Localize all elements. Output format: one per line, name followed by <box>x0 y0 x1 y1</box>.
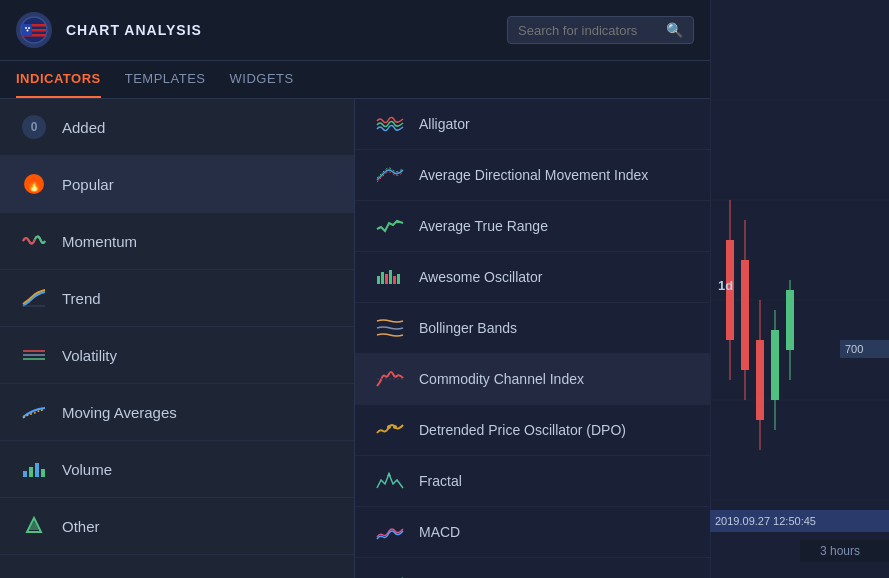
atr-icon <box>375 214 405 238</box>
sidebar-item-volume[interactable]: Volume <box>0 441 354 498</box>
indicator-label-dpo: Detrended Price Oscillator (DPO) <box>419 422 626 438</box>
indicator-atr[interactable]: Average True Range <box>355 201 710 252</box>
svg-rect-48 <box>397 274 400 284</box>
svg-rect-40 <box>41 469 45 477</box>
admi-icon <box>375 163 405 187</box>
main-panel: CHART ANALYSIS 🔍 INDICATORS TEMPLATES WI… <box>0 0 710 578</box>
indicator-macd[interactable]: MACD <box>355 507 710 558</box>
sidebar-label-trend: Trend <box>62 290 101 307</box>
svg-rect-45 <box>385 274 388 284</box>
tabs-bar: INDICATORS TEMPLATES WIDGETS <box>0 61 710 99</box>
svg-rect-43 <box>377 276 380 284</box>
volume-icon <box>20 455 48 483</box>
sidebar: 0 Added 🔥 Popular <box>0 99 355 578</box>
popular-icon: 🔥 <box>20 170 48 198</box>
svg-text:2019.09.27 12:50:45: 2019.09.27 12:50:45 <box>715 515 816 527</box>
svg-text:3 hours: 3 hours <box>820 544 860 558</box>
app-logo <box>16 12 52 48</box>
sidebar-item-other[interactable]: Other <box>0 498 354 555</box>
svg-rect-47 <box>393 276 396 284</box>
svg-rect-44 <box>381 272 384 284</box>
indicator-label-cci: Commodity Channel Index <box>419 371 584 387</box>
svg-rect-11 <box>756 340 764 420</box>
added-badge: 0 <box>22 115 46 139</box>
sidebar-item-added[interactable]: 0 Added <box>0 99 354 156</box>
content-area: 0 Added 🔥 Popular <box>0 99 710 578</box>
svg-text:1d: 1d <box>718 278 733 293</box>
indicator-alligator[interactable]: Alligator <box>355 99 710 150</box>
momentum-icon <box>20 227 48 255</box>
svg-rect-9 <box>741 260 749 370</box>
svg-rect-46 <box>389 270 392 284</box>
svg-point-30 <box>27 30 29 32</box>
other-icon <box>20 512 48 540</box>
svg-text:🔥: 🔥 <box>26 176 43 193</box>
svg-point-29 <box>28 27 30 29</box>
search-input[interactable] <box>518 23 658 38</box>
indicator-bb[interactable]: Bollinger Bands <box>355 303 710 354</box>
indicator-label-admi: Average Directional Movement Index <box>419 167 648 183</box>
svg-point-50 <box>387 425 391 429</box>
added-icon: 0 <box>20 113 48 141</box>
bb-icon <box>375 316 405 340</box>
indicator-label-atr: Average True Range <box>419 218 548 234</box>
sidebar-label-added: Added <box>62 119 105 136</box>
tab-indicators[interactable]: INDICATORS <box>16 61 101 98</box>
indicators-list: Alligator Average Directional Movement I… <box>355 99 710 578</box>
header: CHART ANALYSIS 🔍 <box>0 0 710 61</box>
sidebar-label-momentum: Momentum <box>62 233 137 250</box>
sidebar-label-volume: Volume <box>62 461 112 478</box>
sidebar-item-momentum[interactable]: Momentum <box>0 213 354 270</box>
svg-rect-38 <box>29 467 33 477</box>
fractal-icon <box>375 469 405 493</box>
volatility-icon <box>20 341 48 369</box>
tab-widgets[interactable]: WIDGETS <box>230 61 294 98</box>
cci-icon <box>375 367 405 391</box>
indicator-label-alligator: Alligator <box>419 116 470 132</box>
momentum-ind-icon <box>375 571 405 578</box>
indicator-momentum[interactable]: Momentum <box>355 558 710 578</box>
svg-point-51 <box>393 425 397 429</box>
trend-icon <box>20 284 48 312</box>
sidebar-label-popular: Popular <box>62 176 114 193</box>
sidebar-label-volatility: Volatility <box>62 347 117 364</box>
ao-icon <box>375 265 405 289</box>
svg-point-28 <box>25 27 27 29</box>
dpo-icon <box>375 418 405 442</box>
sidebar-label-other: Other <box>62 518 100 535</box>
indicator-label-macd: MACD <box>419 524 460 540</box>
svg-marker-52 <box>387 472 391 476</box>
sidebar-item-volatility[interactable]: Volatility <box>0 327 354 384</box>
indicator-cci[interactable]: Commodity Channel Index <box>355 354 710 405</box>
indicator-ao[interactable]: Awesome Oscillator <box>355 252 710 303</box>
indicator-label-ao: Awesome Oscillator <box>419 269 542 285</box>
macd-icon <box>375 520 405 544</box>
indicator-label-fractal: Fractal <box>419 473 462 489</box>
search-icon: 🔍 <box>666 22 683 38</box>
svg-rect-37 <box>23 471 27 477</box>
moving-averages-icon <box>20 398 48 426</box>
svg-rect-15 <box>786 290 794 350</box>
sidebar-label-moving-averages: Moving Averages <box>62 404 177 421</box>
app-title: CHART ANALYSIS <box>66 22 493 38</box>
sidebar-item-trend[interactable]: Trend <box>0 270 354 327</box>
sidebar-item-popular[interactable]: 🔥 Popular <box>0 156 354 213</box>
indicator-label-bb: Bollinger Bands <box>419 320 517 336</box>
sidebar-item-moving-averages[interactable]: Moving Averages <box>0 384 354 441</box>
svg-rect-39 <box>35 463 39 477</box>
indicator-fractal[interactable]: Fractal <box>355 456 710 507</box>
indicator-dpo[interactable]: Detrended Price Oscillator (DPO) <box>355 405 710 456</box>
alligator-icon <box>375 112 405 136</box>
indicator-admi[interactable]: Average Directional Movement Index <box>355 150 710 201</box>
search-box[interactable]: 🔍 <box>507 16 694 44</box>
svg-text:700: 700 <box>845 343 863 355</box>
tab-templates[interactable]: TEMPLATES <box>125 61 206 98</box>
svg-rect-13 <box>771 330 779 400</box>
